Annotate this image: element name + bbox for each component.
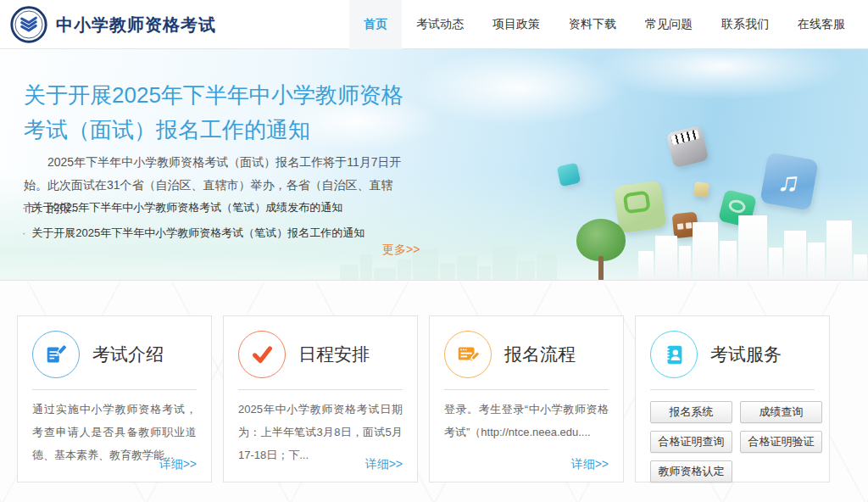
nav-item-policy[interactable]: 项目政策	[478, 0, 554, 49]
card-title: 考试介绍	[92, 343, 164, 366]
card-text: 登录。考生登录“中小学教师资格考试”（http://ntce.neea.edu.…	[444, 398, 609, 443]
nav-item-home[interactable]: 首页	[349, 0, 402, 49]
address-book-icon	[650, 331, 698, 378]
document-pen-icon	[32, 331, 80, 378]
card-registration-flow: 报名流程 登录。考生登录“中小学教师资格考试”（http://ntce.neea…	[429, 315, 624, 482]
nav-item-news[interactable]: 考试动态	[402, 0, 478, 49]
divider	[650, 389, 815, 390]
checkmark-icon	[238, 331, 286, 378]
nav-item-faq[interactable]: 常见问题	[631, 0, 707, 49]
music-note-cube-decoration: ♫	[760, 152, 819, 211]
certificate-verify-button[interactable]: 合格证明验证	[740, 431, 822, 453]
card-exam-services: 考试服务 报名系统 成绩查询 合格证明查询 合格证明验证 教师资格认定	[635, 315, 830, 482]
card-title: 报名流程	[504, 343, 576, 366]
hero-banner: ♫ 关于开展2025年下半年中小学教师资格考试（面试）报名工作的通知 2025年…	[0, 49, 868, 281]
card-text: 2025年中小学教师资格考试日期为：上半年笔试3月8日，面试5月17-18日；下…	[238, 398, 403, 466]
card-head: 报名流程	[444, 316, 609, 378]
cloud-decoration	[593, 49, 848, 100]
teacher-certification-button[interactable]: 教师资格认定	[650, 460, 732, 482]
yellow-cube-decoration	[693, 181, 709, 198]
teal-cube-decoration	[557, 163, 581, 187]
signup-system-button[interactable]: 报名系统	[650, 401, 732, 423]
detail-link[interactable]: 详细>>	[159, 457, 197, 472]
card-text: 通过实施中小学教师资格考试，考查申请人是否具备教师职业道德、基本素养、教育教学能…	[32, 398, 197, 466]
certificate-query-button[interactable]: 合格证明查询	[650, 431, 732, 453]
nav-item-contact[interactable]: 联系我们	[707, 0, 783, 49]
card-head: 考试服务	[650, 316, 815, 378]
header: 中小学教师资格考试 首页 考试动态 项目政策 资料下载 常见问题 联系我们 在线…	[0, 0, 868, 49]
form-pencil-icon	[444, 331, 492, 378]
tree-illustration	[576, 219, 627, 281]
main-nav: 首页 考试动态 项目政策 资料下载 常见问题 联系我们 在线客服	[349, 0, 860, 49]
news-link[interactable]: ·关于开展2025年下半年中小学教师资格考试（笔试）报名工作的通知	[22, 220, 364, 246]
news-link[interactable]: ·关于2025年下半年中小学教师资格考试（笔试）成绩发布的通知	[22, 195, 364, 220]
bullet-dot: ·	[22, 201, 25, 214]
news-list: ·关于2025年下半年中小学教师资格考试（笔试）成绩发布的通知 ·关于开展202…	[22, 195, 364, 246]
divider	[238, 389, 403, 390]
card-head: 考试介绍	[32, 316, 197, 378]
hero-notice-title[interactable]: 关于开展2025年下半年中小学教师资格考试（面试）报名工作的通知	[24, 78, 414, 148]
card-title: 日程安排	[298, 343, 370, 366]
page: 中小学教师资格考试 首页 考试动态 项目政策 资料下载 常见问题 联系我们 在线…	[0, 0, 868, 502]
bullet-dot: ·	[22, 226, 25, 239]
divider	[32, 389, 197, 390]
detail-link[interactable]: 详细>>	[365, 457, 403, 472]
nav-item-downloads[interactable]: 资料下载	[554, 0, 631, 49]
card-schedule: 日程安排 2025年中小学教师资格考试日期为：上半年笔试3月8日，面试5月17-…	[223, 315, 418, 482]
city-skyline-mint	[339, 246, 558, 280]
service-buttons: 报名系统 成绩查询 合格证明查询 合格证明验证 教师资格认定	[650, 401, 815, 482]
main-section: 考试介绍 通过实施中小学教师资格考试，考查申请人是否具备教师职业道德、基本素养、…	[0, 282, 868, 502]
score-query-button[interactable]: 成绩查询	[740, 401, 822, 423]
divider	[444, 389, 609, 390]
cards-row: 考试介绍 通过实施中小学教师资格考试，考查申请人是否具备教师职业道德、基本素养、…	[17, 315, 830, 482]
card-exam-intro: 考试介绍 通过实施中小学教师资格考试，考查申请人是否具备教师职业道德、基本素养、…	[17, 315, 212, 482]
nav-item-support[interactable]: 在线客服	[783, 0, 860, 49]
piano-cube-decoration	[666, 126, 709, 169]
detail-link[interactable]: 详细>>	[571, 457, 609, 472]
card-title: 考试服务	[710, 343, 782, 366]
card-head: 日程安排	[238, 316, 403, 378]
site-logo[interactable]: 中小学教师资格考试	[10, 0, 216, 49]
site-title: 中小学教师资格考试	[56, 14, 216, 36]
site-seal-icon	[10, 6, 47, 43]
city-skyline	[637, 215, 868, 280]
more-link[interactable]: 更多>>	[382, 243, 420, 258]
